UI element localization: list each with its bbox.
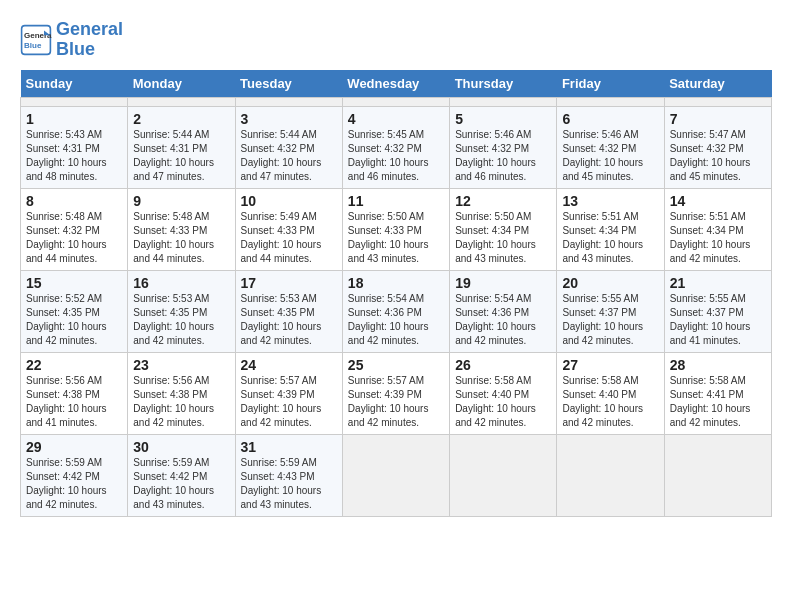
calendar-week-row: 15Sunrise: 5:52 AM Sunset: 4:35 PM Dayli… [21, 270, 772, 352]
calendar-cell [342, 97, 449, 106]
calendar-cell: 15Sunrise: 5:52 AM Sunset: 4:35 PM Dayli… [21, 270, 128, 352]
day-number: 11 [348, 193, 444, 209]
day-info: Sunrise: 5:43 AM Sunset: 4:31 PM Dayligh… [26, 128, 122, 184]
calendar-cell: 25Sunrise: 5:57 AM Sunset: 4:39 PM Dayli… [342, 352, 449, 434]
day-info: Sunrise: 5:46 AM Sunset: 4:32 PM Dayligh… [562, 128, 658, 184]
day-number: 22 [26, 357, 122, 373]
calendar-cell: 13Sunrise: 5:51 AM Sunset: 4:34 PM Dayli… [557, 188, 664, 270]
calendar-cell [342, 434, 449, 516]
day-number: 6 [562, 111, 658, 127]
calendar-cell: 5Sunrise: 5:46 AM Sunset: 4:32 PM Daylig… [450, 106, 557, 188]
day-number: 7 [670, 111, 766, 127]
day-number: 1 [26, 111, 122, 127]
calendar-cell: 11Sunrise: 5:50 AM Sunset: 4:33 PM Dayli… [342, 188, 449, 270]
calendar-cell [21, 97, 128, 106]
calendar-cell [664, 434, 771, 516]
day-info: Sunrise: 5:58 AM Sunset: 4:41 PM Dayligh… [670, 374, 766, 430]
calendar-cell: 17Sunrise: 5:53 AM Sunset: 4:35 PM Dayli… [235, 270, 342, 352]
calendar-cell: 4Sunrise: 5:45 AM Sunset: 4:32 PM Daylig… [342, 106, 449, 188]
day-info: Sunrise: 5:50 AM Sunset: 4:34 PM Dayligh… [455, 210, 551, 266]
calendar-cell: 14Sunrise: 5:51 AM Sunset: 4:34 PM Dayli… [664, 188, 771, 270]
day-info: Sunrise: 5:56 AM Sunset: 4:38 PM Dayligh… [133, 374, 229, 430]
day-number: 28 [670, 357, 766, 373]
day-number: 12 [455, 193, 551, 209]
day-info: Sunrise: 5:59 AM Sunset: 4:43 PM Dayligh… [241, 456, 337, 512]
day-number: 13 [562, 193, 658, 209]
calendar-cell: 7Sunrise: 5:47 AM Sunset: 4:32 PM Daylig… [664, 106, 771, 188]
day-info: Sunrise: 5:56 AM Sunset: 4:38 PM Dayligh… [26, 374, 122, 430]
day-info: Sunrise: 5:46 AM Sunset: 4:32 PM Dayligh… [455, 128, 551, 184]
calendar-cell [557, 434, 664, 516]
calendar-cell: 26Sunrise: 5:58 AM Sunset: 4:40 PM Dayli… [450, 352, 557, 434]
day-number: 21 [670, 275, 766, 291]
svg-text:General: General [24, 31, 52, 40]
calendar-cell: 18Sunrise: 5:54 AM Sunset: 4:36 PM Dayli… [342, 270, 449, 352]
day-info: Sunrise: 5:47 AM Sunset: 4:32 PM Dayligh… [670, 128, 766, 184]
day-number: 18 [348, 275, 444, 291]
column-header-tuesday: Tuesday [235, 70, 342, 98]
day-info: Sunrise: 5:54 AM Sunset: 4:36 PM Dayligh… [455, 292, 551, 348]
day-number: 31 [241, 439, 337, 455]
day-number: 10 [241, 193, 337, 209]
day-info: Sunrise: 5:49 AM Sunset: 4:33 PM Dayligh… [241, 210, 337, 266]
calendar-cell: 16Sunrise: 5:53 AM Sunset: 4:35 PM Dayli… [128, 270, 235, 352]
calendar-cell: 27Sunrise: 5:58 AM Sunset: 4:40 PM Dayli… [557, 352, 664, 434]
day-number: 30 [133, 439, 229, 455]
calendar-week-row: 29Sunrise: 5:59 AM Sunset: 4:42 PM Dayli… [21, 434, 772, 516]
calendar-cell: 10Sunrise: 5:49 AM Sunset: 4:33 PM Dayli… [235, 188, 342, 270]
calendar-cell: 3Sunrise: 5:44 AM Sunset: 4:32 PM Daylig… [235, 106, 342, 188]
day-info: Sunrise: 5:48 AM Sunset: 4:32 PM Dayligh… [26, 210, 122, 266]
day-info: Sunrise: 5:55 AM Sunset: 4:37 PM Dayligh… [670, 292, 766, 348]
calendar-cell [235, 97, 342, 106]
day-number: 27 [562, 357, 658, 373]
calendar-week-row [21, 97, 772, 106]
day-number: 26 [455, 357, 551, 373]
day-number: 3 [241, 111, 337, 127]
day-number: 14 [670, 193, 766, 209]
calendar-cell [557, 97, 664, 106]
calendar-cell: 29Sunrise: 5:59 AM Sunset: 4:42 PM Dayli… [21, 434, 128, 516]
svg-text:Blue: Blue [24, 41, 42, 50]
calendar-week-row: 22Sunrise: 5:56 AM Sunset: 4:38 PM Dayli… [21, 352, 772, 434]
day-number: 29 [26, 439, 122, 455]
day-info: Sunrise: 5:53 AM Sunset: 4:35 PM Dayligh… [241, 292, 337, 348]
day-info: Sunrise: 5:44 AM Sunset: 4:32 PM Dayligh… [241, 128, 337, 184]
day-number: 4 [348, 111, 444, 127]
column-header-saturday: Saturday [664, 70, 771, 98]
day-number: 19 [455, 275, 551, 291]
day-info: Sunrise: 5:58 AM Sunset: 4:40 PM Dayligh… [455, 374, 551, 430]
calendar-cell: 2Sunrise: 5:44 AM Sunset: 4:31 PM Daylig… [128, 106, 235, 188]
calendar-cell: 12Sunrise: 5:50 AM Sunset: 4:34 PM Dayli… [450, 188, 557, 270]
day-info: Sunrise: 5:58 AM Sunset: 4:40 PM Dayligh… [562, 374, 658, 430]
calendar-cell: 21Sunrise: 5:55 AM Sunset: 4:37 PM Dayli… [664, 270, 771, 352]
day-info: Sunrise: 5:57 AM Sunset: 4:39 PM Dayligh… [348, 374, 444, 430]
calendar-cell: 30Sunrise: 5:59 AM Sunset: 4:42 PM Dayli… [128, 434, 235, 516]
calendar-cell: 1Sunrise: 5:43 AM Sunset: 4:31 PM Daylig… [21, 106, 128, 188]
calendar-cell: 8Sunrise: 5:48 AM Sunset: 4:32 PM Daylig… [21, 188, 128, 270]
day-info: Sunrise: 5:52 AM Sunset: 4:35 PM Dayligh… [26, 292, 122, 348]
column-header-wednesday: Wednesday [342, 70, 449, 98]
day-info: Sunrise: 5:50 AM Sunset: 4:33 PM Dayligh… [348, 210, 444, 266]
logo-text: GeneralBlue [56, 20, 123, 60]
day-number: 16 [133, 275, 229, 291]
day-number: 5 [455, 111, 551, 127]
day-number: 15 [26, 275, 122, 291]
page-header: General Blue GeneralBlue [20, 20, 772, 60]
calendar-cell: 28Sunrise: 5:58 AM Sunset: 4:41 PM Dayli… [664, 352, 771, 434]
calendar-cell: 6Sunrise: 5:46 AM Sunset: 4:32 PM Daylig… [557, 106, 664, 188]
day-info: Sunrise: 5:54 AM Sunset: 4:36 PM Dayligh… [348, 292, 444, 348]
day-info: Sunrise: 5:44 AM Sunset: 4:31 PM Dayligh… [133, 128, 229, 184]
day-info: Sunrise: 5:51 AM Sunset: 4:34 PM Dayligh… [562, 210, 658, 266]
day-info: Sunrise: 5:45 AM Sunset: 4:32 PM Dayligh… [348, 128, 444, 184]
calendar-table: SundayMondayTuesdayWednesdayThursdayFrid… [20, 70, 772, 517]
column-header-thursday: Thursday [450, 70, 557, 98]
calendar-cell [664, 97, 771, 106]
calendar-cell [128, 97, 235, 106]
day-number: 20 [562, 275, 658, 291]
day-number: 24 [241, 357, 337, 373]
day-info: Sunrise: 5:48 AM Sunset: 4:33 PM Dayligh… [133, 210, 229, 266]
day-info: Sunrise: 5:51 AM Sunset: 4:34 PM Dayligh… [670, 210, 766, 266]
day-number: 9 [133, 193, 229, 209]
calendar-cell [450, 434, 557, 516]
day-info: Sunrise: 5:55 AM Sunset: 4:37 PM Dayligh… [562, 292, 658, 348]
